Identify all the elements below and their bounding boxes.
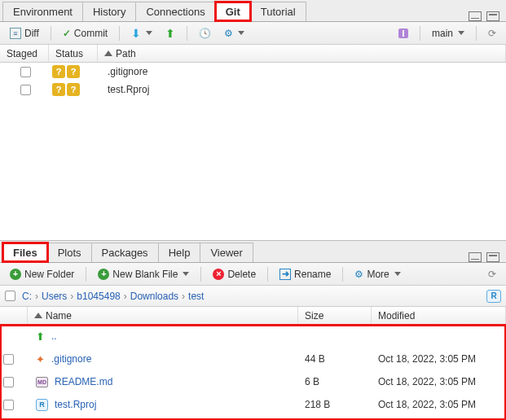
refresh-button[interactable]: ⟳: [483, 26, 501, 41]
new-blank-file-button[interactable]: + New Blank File: [93, 267, 194, 282]
commit-button[interactable]: ✓ Commit: [58, 26, 112, 41]
file-size: 218 B: [298, 399, 372, 410]
crumb-sep: ›: [70, 291, 73, 302]
more-button[interactable]: ⚙ More: [350, 267, 405, 282]
breadcrumb: C: › Users › b1045498 › Downloads › test…: [0, 286, 506, 307]
new-folder-button[interactable]: + New Folder: [5, 267, 79, 282]
tab-connections[interactable]: Connections: [135, 2, 215, 21]
file-checkbox[interactable]: [3, 377, 14, 387]
stage-checkbox[interactable]: [20, 67, 31, 77]
maximize-icon[interactable]: [486, 11, 499, 21]
updir-label: ..: [51, 330, 57, 342]
diff-button[interactable]: ≡ Diff: [5, 26, 44, 41]
new-folder-label: New Folder: [24, 269, 74, 280]
push-button[interactable]: ⬆: [161, 26, 180, 41]
select-all-checkbox[interactable]: [5, 291, 15, 301]
maximize-icon[interactable]: [486, 252, 499, 262]
crumb-sep: ›: [35, 291, 38, 302]
gear-icon: ⚙: [354, 269, 363, 280]
tab-git[interactable]: Git: [215, 2, 251, 21]
more-label: More: [367, 269, 389, 280]
bottom-tabstrip: Files Plots Packages Help Viewer: [0, 241, 506, 263]
file-modified: Oct 18, 2022, 3:05 PM: [372, 376, 506, 387]
rename-button[interactable]: ➜ Rename: [275, 267, 336, 282]
arrow-up-icon: ⬆: [165, 28, 175, 39]
file-name[interactable]: test.Rproj: [55, 399, 96, 410]
chevron-down-icon: [238, 31, 244, 35]
pull-button[interactable]: ⬇: [126, 26, 157, 41]
col-status[interactable]: Status: [49, 45, 98, 62]
crumb-sep: ›: [182, 291, 185, 302]
rename-label: Rename: [294, 269, 331, 280]
col-name[interactable]: Name: [28, 307, 298, 324]
file-name[interactable]: README.md: [55, 376, 112, 387]
col-path-label: Path: [116, 48, 136, 59]
crumb-root[interactable]: C:: [22, 291, 32, 302]
file-size: 6 B: [298, 376, 372, 387]
crumb-item[interactable]: test: [188, 291, 204, 302]
git-row[interactable]: ? ? test.Rproj: [0, 81, 506, 98]
gitignore-icon: ✦: [36, 353, 45, 365]
sort-asc-icon: [104, 50, 112, 56]
plus-icon: +: [98, 269, 109, 280]
plus-icon: +: [10, 269, 21, 280]
file-modified: Oct 18, 2022, 3:05 PM: [372, 353, 506, 365]
file-checkbox[interactable]: [3, 400, 14, 410]
tab-packages[interactable]: Packages: [91, 243, 159, 262]
tab-history[interactable]: History: [82, 2, 136, 21]
tab-tutorial[interactable]: Tutorial: [250, 2, 306, 21]
git-toolbar: ≡ Diff ✓ Commit ⬇ ⬆ 🕓 ⚙ main: [0, 22, 506, 45]
clock-icon: 🕓: [199, 28, 211, 39]
x-icon: ×: [213, 269, 224, 280]
chevron-down-icon: [394, 272, 401, 276]
commit-label: Commit: [74, 28, 108, 39]
history-log-button[interactable]: 🕓: [194, 26, 216, 41]
col-size[interactable]: Size: [298, 307, 372, 324]
updir-row[interactable]: ⬆ ..: [0, 325, 506, 348]
file-checkbox[interactable]: [3, 354, 14, 365]
delete-label: Delete: [227, 269, 256, 280]
project-root-button[interactable]: R: [486, 290, 501, 303]
gear-icon: ⚙: [224, 28, 233, 39]
branch-network-button[interactable]: [394, 27, 413, 40]
file-row[interactable]: R test.Rproj 218 B Oct 18, 2022, 3:05 PM: [0, 393, 506, 416]
rename-icon: ➜: [279, 269, 291, 280]
delete-button[interactable]: × Delete: [208, 267, 261, 282]
tab-plots[interactable]: Plots: [47, 243, 92, 262]
crumb-item[interactable]: b1045498: [77, 291, 120, 302]
col-staged[interactable]: Staged: [0, 45, 49, 62]
file-row[interactable]: ✦ .gitignore 44 B Oct 18, 2022, 3:05 PM: [0, 348, 506, 370]
crumb-sep: ›: [124, 291, 127, 302]
col-modified[interactable]: Modified: [372, 307, 506, 324]
diff-label: Diff: [24, 28, 39, 39]
minimize-icon[interactable]: [469, 11, 482, 21]
file-size: 44 B: [298, 353, 372, 365]
chevron-down-icon: [458, 31, 464, 35]
file-row[interactable]: MD README.md 6 B Oct 18, 2022, 3:05 PM: [0, 370, 506, 393]
tab-help[interactable]: Help: [158, 243, 201, 262]
file-name[interactable]: .gitignore: [51, 353, 91, 365]
rproj-icon: R: [36, 399, 48, 411]
branch-selector[interactable]: main: [427, 26, 469, 41]
new-blank-label: New Blank File: [112, 269, 178, 280]
top-tabstrip: Environment History Connections Git Tuto…: [0, 0, 506, 22]
files-toolbar: + New Folder + New Blank File × Delete ➜…: [0, 263, 506, 286]
status-unknown-icon: ?: [67, 83, 80, 96]
git-path: test.Rproj: [101, 84, 506, 95]
crumb-item[interactable]: Users: [42, 291, 67, 302]
tab-files[interactable]: Files: [2, 243, 48, 262]
arrow-down-icon: ⬇: [131, 28, 141, 39]
files-column-header: Name Size Modified: [0, 307, 506, 325]
col-name-label: Name: [46, 310, 72, 322]
tab-environment[interactable]: Environment: [2, 2, 83, 21]
git-more-button[interactable]: ⚙: [219, 26, 249, 41]
tab-viewer[interactable]: Viewer: [200, 243, 253, 262]
crumb-item[interactable]: Downloads: [130, 291, 178, 302]
git-file-list: ? ? .gitignore ? ? test.Rproj: [0, 63, 506, 240]
stage-checkbox[interactable]: [20, 85, 31, 95]
status-unknown-icon: ?: [52, 65, 65, 78]
git-row[interactable]: ? ? .gitignore: [0, 63, 506, 81]
col-path[interactable]: Path: [98, 45, 506, 62]
files-refresh-button[interactable]: ⟳: [483, 267, 501, 282]
minimize-icon[interactable]: [469, 252, 482, 262]
